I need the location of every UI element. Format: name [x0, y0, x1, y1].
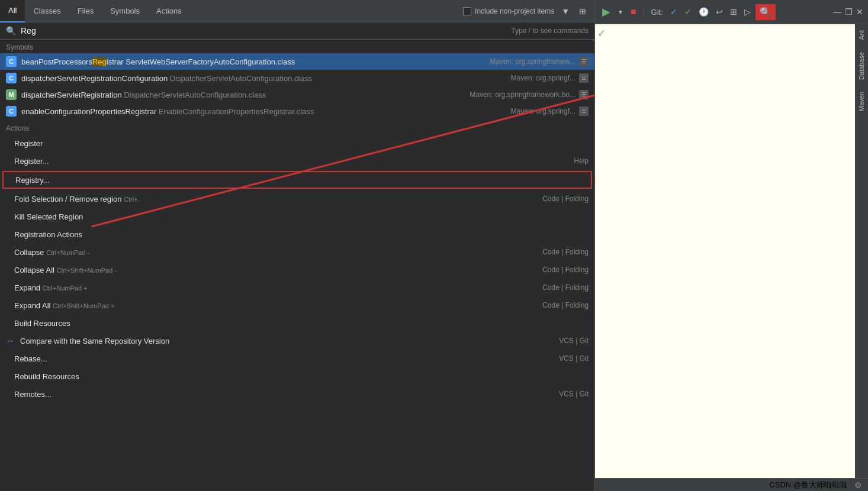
action-row-rebuild-resources[interactable]: Rebuild Resources: [0, 367, 594, 385]
search-placeholder: Type / to see commands: [511, 27, 589, 35]
action-row-compare[interactable]: ↔ Compare with the Same Repository Versi…: [0, 332, 594, 350]
action-row-rebase[interactable]: Rebase... VCS | Git: [0, 350, 594, 367]
action-name-registration-actions: Registration Actions: [14, 230, 589, 239]
action-category-fold: Code | Folding: [542, 195, 589, 203]
symbol-icon-c-2: C: [6, 73, 17, 83]
action-category-collapse: Code | Folding: [542, 248, 589, 256]
git-check-blue-icon[interactable]: ✓: [668, 5, 680, 19]
action-category-expand-all: Code | Folding: [542, 301, 589, 309]
action-name-remotes: Remotes...: [14, 390, 559, 399]
action-name-rebase: Rebase...: [14, 354, 559, 363]
action-category-collapse-all: Code | Folding: [542, 266, 589, 274]
tab-files[interactable]: Files: [69, 0, 102, 22]
action-category-rebase: VCS | Git: [559, 354, 589, 363]
symbol-name-2: dispatcherServletRegistrationConfigurati…: [21, 74, 312, 83]
status-bar: CSDN @鲁大师啦啦啦 ⚙: [595, 478, 868, 491]
window-maximize[interactable]: ❐: [845, 7, 853, 17]
action-row-registry[interactable]: Registry...: [2, 171, 592, 189]
tab-all[interactable]: All: [0, 0, 25, 22]
tab-options: Include non-project items ▼ ⊞: [463, 5, 594, 17]
toolbar-separator-1: [644, 6, 644, 18]
search-everywhere-icon[interactable]: 🔍: [756, 4, 776, 20]
symbol-row-2[interactable]: C dispatcherServletRegistrationConfigura…: [0, 70, 594, 86]
symbol-source-3: Maven: org.springframework.bo...: [464, 91, 576, 99]
git-label: Git:: [651, 8, 663, 17]
results-container: Symbols C beanPostProcessorsRegistrar Se…: [0, 40, 594, 491]
git-history-icon[interactable]: 🕐: [696, 5, 711, 19]
action-row-remotes[interactable]: Remotes... VCS | Git: [0, 385, 594, 403]
side-tab-maven[interactable]: Maven: [856, 86, 867, 117]
git-check-green-icon[interactable]: ✓: [682, 5, 694, 19]
action-row-registration-actions[interactable]: Registration Actions: [0, 225, 594, 243]
symbol-name-1: beanPostProcessorsRegistrar ServletWebSe…: [21, 57, 295, 66]
compare-icon: ↔: [6, 336, 15, 345]
actions-section-header: Actions: [0, 121, 594, 134]
symbol-file-icon-1: ☰: [579, 57, 589, 66]
main-content: ✓: [595, 24, 855, 478]
symbol-file-icon-3: ☰: [579, 90, 589, 99]
action-name-collapse-all: Collapse All Ctrl+Shift+NumPad -: [14, 266, 542, 274]
side-tab-database[interactable]: Database: [856, 46, 867, 86]
symbol-name-3: dispatcherServletRegistration Dispatcher…: [21, 91, 266, 99]
action-category-expand: Code | Folding: [542, 283, 589, 292]
symbol-icon-c-4: C: [6, 106, 17, 117]
symbol-name-4: enableConfigurationPropertiesRegistrar E…: [21, 107, 314, 116]
right-toolbar: ▶ ▼ ■ Git: ✓ ✓ 🕐 ↩ ⊞ ▷ 🔍: [595, 0, 828, 24]
run-config-dropdown[interactable]: ▼: [615, 7, 626, 18]
symbol-row-3[interactable]: M dispatcherServletRegistration Dispatch…: [0, 86, 594, 103]
include-non-project-checkbox[interactable]: [463, 7, 471, 15]
action-row-collapse[interactable]: Collapse Ctrl+NumPad - Code | Folding: [0, 243, 594, 261]
action-row-kill[interactable]: Kill Selected Region: [0, 208, 594, 225]
action-row-fold[interactable]: Fold Selection / Remove region Ctrl+. Co…: [0, 190, 594, 208]
search-bar: 🔍 Type / to see commands: [0, 22, 594, 40]
include-non-project-text: Include non-project items: [475, 7, 554, 15]
run-config-icon[interactable]: ▶: [600, 3, 613, 21]
action-name-kill: Kill Selected Region: [14, 212, 589, 221]
symbol-source-4: Maven: org.springf...: [505, 107, 576, 115]
action-name-register-dots: Register...: [14, 157, 574, 166]
symbol-row-4[interactable]: C enableConfigurationPropertiesRegistrar…: [0, 103, 594, 119]
action-row-build-resources[interactable]: Build Resources: [0, 314, 594, 332]
search-icon: 🔍: [6, 26, 16, 35]
settings-icon[interactable]: ⚙: [854, 480, 862, 490]
action-row-register-dots[interactable]: Register... Help: [0, 152, 594, 170]
action-name-collapse: Collapse Ctrl+NumPad -: [14, 248, 542, 257]
action-category-remotes: VCS | Git: [559, 390, 589, 398]
action-category-compare: VCS | Git: [559, 337, 589, 345]
action-name-build-resources: Build Resources: [14, 319, 589, 328]
tab-actions[interactable]: Actions: [148, 0, 190, 22]
window-minimize[interactable]: —: [833, 7, 841, 17]
action-row-register[interactable]: Register: [0, 134, 594, 152]
action-name-compare: Compare with the Same Repository Version: [20, 337, 559, 345]
stop-icon[interactable]: ■: [628, 4, 639, 20]
include-non-project-label[interactable]: Include non-project items: [463, 7, 554, 15]
action-row-expand[interactable]: Expand Ctrl+NumPad + Code | Folding: [0, 279, 594, 296]
action-row-collapse-all[interactable]: Collapse All Ctrl+Shift+NumPad - Code | …: [0, 261, 594, 279]
action-category-register-dots: Help: [574, 157, 589, 165]
action-name-rebuild-resources: Rebuild Resources: [14, 372, 589, 381]
symbol-source-2: Maven: org.springf...: [505, 74, 576, 82]
symbols-section-header: Symbols: [0, 40, 594, 53]
symbol-icon-c: C: [6, 56, 17, 67]
search-input[interactable]: [21, 26, 511, 35]
symbol-file-icon-4: ☰: [579, 106, 589, 116]
window-close[interactable]: ✕: [856, 7, 863, 17]
layout-icon[interactable]: ⊞: [577, 5, 589, 17]
git-revert-icon[interactable]: ↩: [713, 5, 725, 19]
checkmark-green: ✓: [597, 28, 605, 39]
symbol-file-icon-2: ☰: [579, 73, 589, 83]
side-tabs: Ant Database Maven: [855, 24, 868, 478]
action-name-fold: Fold Selection / Remove region Ctrl+.: [14, 195, 542, 203]
action-row-expand-all[interactable]: Expand All Ctrl+Shift+NumPad + Code | Fo…: [0, 296, 594, 314]
action-name-register: Register: [14, 139, 589, 148]
side-tab-ant[interactable]: Ant: [856, 24, 867, 46]
action-name-registry: Registry...: [15, 176, 585, 185]
status-text: CSDN @鲁大师啦啦啦: [769, 480, 847, 490]
tab-classes[interactable]: Classes: [25, 0, 69, 22]
action-name-expand: Expand Ctrl+NumPad +: [14, 283, 542, 292]
symbol-row-1[interactable]: C beanPostProcessorsRegistrar ServletWeb…: [0, 53, 594, 70]
filter-icon[interactable]: ▼: [559, 5, 572, 17]
run-icon-2[interactable]: ▷: [742, 5, 753, 19]
tab-symbols[interactable]: Symbols: [102, 0, 148, 22]
git-branches-icon[interactable]: ⊞: [728, 5, 740, 19]
